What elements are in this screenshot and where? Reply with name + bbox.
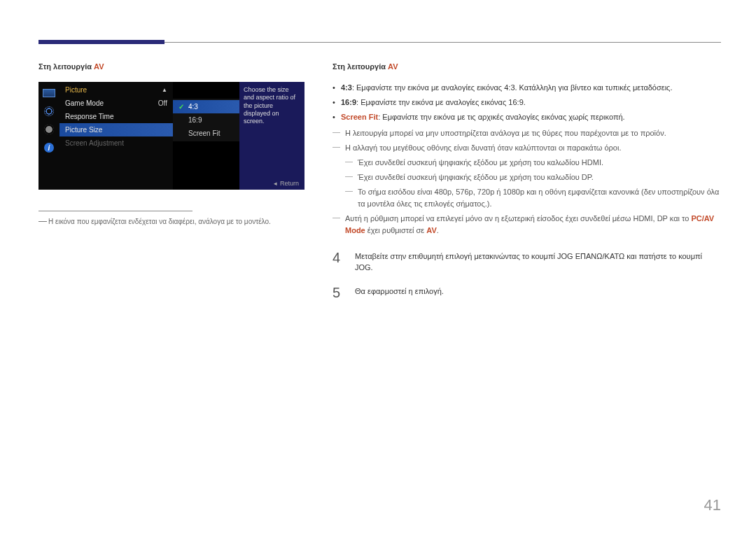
label-screen-fit: Screen Fit <box>341 113 378 121</box>
columns: Στη λειτουργία AV i Picture ▲ <box>38 62 721 311</box>
check-icon: ✓ <box>178 103 186 111</box>
label-16-9: 16:9 <box>341 98 356 106</box>
osd-submenu: ✓ 4:3 16:9 Screen Fit <box>173 82 239 190</box>
note-conditions-text: Η αλλαγή του μεγέθους οθόνης είναι δυνατ… <box>345 143 621 152</box>
osd-menu-list: Picture ▲ Game Mode Off Response Time Pi… <box>59 82 173 190</box>
sub-conditions: Έχει συνδεθεί συσκευή ψηφιακής εξόδου με… <box>345 157 721 210</box>
osd-option-label: 16:9 <box>188 116 202 124</box>
text-16-9: : Εμφανίστε την εικόνα με αναλογίες εικό… <box>356 98 526 106</box>
text-4-3: : Εμφανίστε την εικόνα με αναλογίες εικό… <box>352 83 673 92</box>
bullet-4-3: 4:3: Εμφανίστε την εικόνα με αναλογίες ε… <box>332 82 721 94</box>
note-conditions: Η αλλαγή του μεγέθους οθόνης είναι δυνατ… <box>332 142 721 210</box>
page-number: 41 <box>704 496 721 514</box>
step-4: 4 Μεταβείτε στην επιθυμητή επιλογή μετακ… <box>332 247 721 274</box>
osd-item-picture-size: Picture Size <box>59 123 173 136</box>
notes-list: Η λειτουργία μπορεί να μην υποστηρίζεται… <box>332 127 721 237</box>
bullet-16-9: 16:9: Εμφανίστε την εικόνα με αναλογίες … <box>332 97 721 108</box>
cond-dp: Έχει συνδεθεί συσκευή ψηφιακής εξόδου με… <box>345 171 721 183</box>
mode-av: AV <box>94 62 104 71</box>
settings-tab-icon <box>42 122 56 136</box>
cond-hdmi: Έχει συνδεθεί συσκευή ψηφιακής εξόδου με… <box>345 157 721 169</box>
steps: 4 Μεταβείτε στην επιθυμητή επιλογή μετακ… <box>332 247 721 303</box>
osd-item-screen-adjustment: Screen Adjustment <box>59 136 173 150</box>
osd-main: Picture ▲ Game Mode Off Response Time Pi… <box>59 82 304 190</box>
footnote-separator <box>38 211 192 211</box>
osd-option-label: Screen Fit <box>188 129 220 137</box>
osd-item-value: Off <box>158 99 167 107</box>
color-tab-icon <box>42 104 56 118</box>
footnote-text: Η εικόνα που εμφανίζεται ενδέχεται να δι… <box>38 217 304 227</box>
osd-option-screen-fit: Screen Fit <box>173 127 239 140</box>
mode-prefix: Στη λειτουργία <box>332 62 388 71</box>
av-label: AV <box>426 226 436 234</box>
mode-prefix: Στη λειτουργία <box>38 62 94 71</box>
note-pc-av-post: . <box>437 226 439 234</box>
label-4-3: 4:3 <box>341 83 352 92</box>
osd-footer: ◂ Return <box>274 180 299 187</box>
note-pc-av: Αυτή η ρύθμιση μπορεί να επιλεγεί μόνο α… <box>332 213 721 237</box>
left-mode-label: Στη λειτουργία AV <box>38 62 304 71</box>
osd-item-response-time: Response Time <box>59 110 173 123</box>
osd-section-title-text: Picture <box>65 86 87 94</box>
osd-item-label: Game Mode <box>65 99 104 107</box>
osd-help-panel: Choose the size and aspect ratio of the … <box>239 82 304 190</box>
step-5: 5 Θα εφαρμοστεί η επιλογή. <box>332 282 721 303</box>
header-rule <box>38 42 721 43</box>
step-number: 5 <box>332 282 344 303</box>
page: Στη λειτουργία AV i Picture ▲ <box>0 0 756 339</box>
picture-tab-icon <box>42 86 56 100</box>
mode-av: AV <box>388 62 398 71</box>
up-arrow-icon: ▲ <box>162 87 167 93</box>
note-pc-av-pre: Αυτή η ρύθμιση μπορεί να επιλεγεί μόνο α… <box>345 214 691 223</box>
left-arrow-icon: ◂ <box>274 180 277 187</box>
step-number: 4 <box>332 247 344 274</box>
info-tab-icon: i <box>42 141 56 155</box>
right-column: Στη λειτουργία AV 4:3: Εμφανίστε την εικ… <box>332 62 721 311</box>
osd-option-4-3: ✓ 4:3 <box>173 100 239 113</box>
right-mode-label: Στη λειτουργία AV <box>332 62 721 71</box>
text-screen-fit: : Εμφανίστε την εικόνα με τις αρχικές αν… <box>378 113 624 121</box>
note-pc-av-mid: έχει ρυθμιστεί σε <box>365 226 427 234</box>
osd-option-label: 4:3 <box>188 103 198 111</box>
bullet-screen-fit: Screen Fit: Εμφανίστε την εικόνα με τις … <box>332 111 721 123</box>
note-ports: Η λειτουργία μπορεί να μην υποστηρίζεται… <box>332 127 721 139</box>
aspect-ratio-list: 4:3: Εμφανίστε την εικόνα με αναλογίες ε… <box>332 82 721 123</box>
osd-item-label: Response Time <box>65 113 113 120</box>
osd-sidebar: i <box>38 82 59 190</box>
osd-return-label: Return <box>280 180 299 187</box>
osd-screenshot: i Picture ▲ Game Mode Off Response T <box>38 82 304 190</box>
osd-item-label: Screen Adjustment <box>65 139 124 147</box>
step-text: Μεταβείτε στην επιθυμητή επιλογή μετακιν… <box>355 247 721 274</box>
osd-item-label: Picture Size <box>65 126 102 134</box>
step-text: Θα εφαρμοστεί η επιλογή. <box>355 282 444 303</box>
osd-section-title: Picture ▲ <box>59 85 173 97</box>
osd-option-16-9: 16:9 <box>173 113 239 127</box>
left-column: Στη λειτουργία AV i Picture ▲ <box>38 62 304 311</box>
cond-signal: Το σήμα εισόδου είναι 480p, 576p, 720p ή… <box>345 186 721 210</box>
osd-item-game-mode: Game Mode Off <box>59 97 173 110</box>
